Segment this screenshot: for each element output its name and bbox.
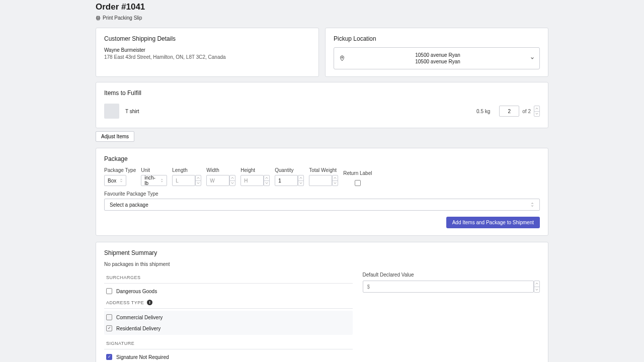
print-packing-slip-link[interactable]: Print Packing Slip: [96, 15, 142, 21]
package-title: Package: [104, 155, 540, 162]
pickup-title: Pickup Location: [334, 35, 540, 42]
stepper-up-icon[interactable]: [534, 106, 539, 112]
width-label: Width: [206, 167, 235, 173]
printer-icon: [96, 16, 101, 21]
pickup-location-select[interactable]: 10500 avenue Ryan 10500 avenue Ryan: [334, 47, 540, 69]
height-label: Height: [240, 167, 270, 173]
signature-header: SIGNATURE: [104, 338, 353, 349]
item-qty-of: of 2: [522, 109, 531, 114]
quantity-stepper[interactable]: [298, 175, 304, 186]
order-title: Order #1041: [96, 0, 548, 15]
stepper-down-icon[interactable]: [534, 112, 539, 117]
svg-point-3: [342, 57, 343, 58]
customer-shipping-card: Customer Shipping Details Wayne Burmeist…: [96, 28, 319, 77]
item-name: T shirt: [125, 109, 470, 114]
declared-value-input[interactable]: $: [363, 281, 534, 293]
residential-delivery-checkbox[interactable]: [106, 325, 112, 331]
unit-value: inch-lb: [144, 175, 158, 186]
length-label: Length: [172, 167, 201, 173]
items-title: Items to Fulfill: [104, 89, 540, 97]
height-stepper[interactable]: [264, 175, 270, 186]
items-to-fulfill-card: Items to Fulfill T shirt 0.5 kg 2 of 2: [96, 82, 548, 128]
dangerous-goods-label: Dangerous Goods: [116, 289, 157, 294]
select-arrows-icon: [160, 178, 164, 183]
dangerous-goods-checkbox[interactable]: [106, 288, 112, 294]
no-packages-text: No packages in this shipment: [104, 261, 540, 267]
width-stepper[interactable]: [229, 175, 235, 186]
signature-not-required-checkbox[interactable]: [106, 354, 112, 360]
info-icon[interactable]: i: [147, 300, 152, 305]
declared-value-stepper[interactable]: [534, 281, 540, 293]
address-type-label: ADDRESS TYPE: [106, 300, 144, 305]
signature-not-required-row[interactable]: Signature Not Required: [104, 351, 353, 362]
pickup-line1: 10500 avenue Ryan: [349, 52, 526, 58]
print-link-label: Print Packing Slip: [103, 15, 142, 21]
adjust-items-button[interactable]: Adjust Items: [96, 131, 134, 142]
package-type-label: Package Type: [104, 167, 136, 173]
shipping-title: Customer Shipping Details: [104, 35, 310, 42]
item-thumbnail: [104, 104, 119, 119]
signature-not-required-label: Signature Not Required: [116, 354, 169, 360]
unit-select[interactable]: inch-lb: [141, 175, 167, 186]
width-input[interactable]: [206, 175, 229, 186]
favourite-package-label: Favourite Package Type: [104, 191, 540, 197]
select-arrows-icon: [530, 202, 534, 207]
item-weight: 0.5 kg: [476, 109, 490, 114]
return-label-checkbox[interactable]: [355, 180, 361, 186]
item-row: T shirt 0.5 kg 2 of 2: [104, 102, 540, 121]
unit-label: Unit: [141, 167, 167, 173]
declared-value-label: Default Declared Value: [363, 272, 540, 278]
total-weight-label: Total Weight: [309, 167, 338, 173]
total-weight-stepper[interactable]: [332, 175, 338, 186]
commercial-delivery-checkbox[interactable]: [106, 314, 112, 320]
total-weight-input[interactable]: [309, 175, 332, 186]
favourite-package-select[interactable]: Select a package: [104, 199, 540, 211]
shipping-name: Wayne Burmeister: [104, 47, 310, 53]
location-pin-icon: [339, 55, 345, 61]
length-stepper[interactable]: [195, 175, 201, 186]
commercial-delivery-label: Commercial Delivery: [116, 315, 163, 320]
package-card: Package Package Type Box Unit inch-lb Le…: [96, 148, 548, 236]
dangerous-goods-row[interactable]: Dangerous Goods: [104, 286, 353, 297]
return-label-label: Return Label: [343, 170, 372, 176]
surcharges-header: SURCHARGES: [104, 272, 353, 284]
chevron-down-icon: [530, 56, 534, 60]
length-input[interactable]: [172, 175, 195, 186]
pickup-line2: 10500 avenue Ryan: [349, 58, 526, 65]
package-type-value: Box: [108, 178, 116, 184]
shipping-address: 178 East 43rd Street, Hamilton, ON, L8T …: [104, 54, 310, 60]
shipment-summary-card: Shipment Summary No packages in this shi…: [96, 242, 548, 362]
favourite-package-placeholder: Select a package: [110, 202, 148, 208]
add-items-package-button[interactable]: Add Items and Package to Shipment: [446, 217, 540, 228]
package-type-select[interactable]: Box: [104, 175, 126, 186]
item-qty-input[interactable]: 2: [499, 106, 519, 117]
select-arrows-icon: [120, 178, 123, 183]
commercial-delivery-row[interactable]: Commercial Delivery: [104, 312, 353, 323]
quantity-input[interactable]: [275, 175, 298, 186]
pickup-location-card: Pickup Location 10500 avenue Ryan 10500 …: [325, 28, 548, 77]
residential-delivery-label: Residential Delivery: [116, 326, 160, 331]
height-input[interactable]: [240, 175, 264, 186]
item-qty-stepper[interactable]: [534, 106, 540, 117]
residential-delivery-row[interactable]: Residential Delivery: [104, 323, 353, 334]
summary-title: Shipment Summary: [104, 249, 540, 256]
address-type-header: ADDRESS TYPE i: [104, 297, 353, 309]
quantity-label: Quantity: [275, 167, 304, 173]
